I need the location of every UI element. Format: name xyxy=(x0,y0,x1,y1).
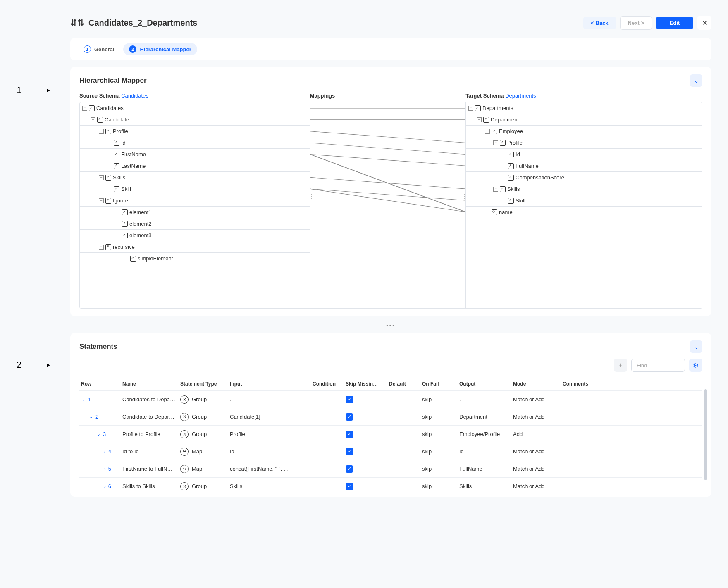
node-label: element3 xyxy=(129,232,151,238)
mapper-icon: ⇵⇅ xyxy=(70,18,84,28)
tree-node[interactable]: element1 xyxy=(80,207,310,218)
row-name: Profile to Profile xyxy=(121,431,179,437)
row-toggle[interactable]: ⌄2 xyxy=(79,414,121,420)
tree-node[interactable]: − Candidates xyxy=(80,102,310,114)
section-title-statements: Statements xyxy=(79,343,117,351)
tree-collapse-icon[interactable]: − xyxy=(477,117,482,122)
tree-collapse-icon[interactable]: − xyxy=(99,198,104,203)
tree-collapse-icon[interactable]: − xyxy=(82,106,87,111)
element-icon xyxy=(500,140,506,146)
next-button[interactable]: Next > xyxy=(620,16,652,30)
row-type-label: Group xyxy=(192,431,207,437)
tabs-card: 1 General 2 Hierarchical Mapper xyxy=(70,38,711,60)
node-label: Candidates xyxy=(96,105,124,111)
table-row[interactable]: ›6Skills to Skills⤨GroupSkills✓skipSkill… xyxy=(79,478,702,495)
tree-collapse-icon[interactable]: − xyxy=(485,129,490,134)
resize-handle[interactable]: ••• xyxy=(70,323,711,329)
tree-collapse-icon[interactable]: − xyxy=(99,129,104,134)
vertical-scrollbar[interactable] xyxy=(704,389,707,480)
node-label: element1 xyxy=(129,209,151,215)
element-icon xyxy=(105,175,111,181)
tree-node[interactable]: − Ignore xyxy=(80,195,310,207)
tree-node[interactable]: − Candidate xyxy=(80,114,310,126)
tree-collapse-icon[interactable]: − xyxy=(99,245,104,250)
tree-collapse-icon[interactable]: − xyxy=(468,106,473,111)
node-label: Skills xyxy=(113,174,125,181)
tree-node[interactable]: − Employee xyxy=(466,126,702,137)
table-row[interactable]: ⌄2Candidate to Depar…⤨GroupCandidate[1]✓… xyxy=(79,408,702,426)
row-output: Department xyxy=(458,414,511,420)
source-schema-link[interactable]: Candidates xyxy=(121,93,148,99)
tree-node[interactable]: FirstName xyxy=(80,149,310,160)
node-label: Skills xyxy=(507,186,520,192)
row-output: Id xyxy=(458,448,511,455)
tree-node[interactable]: CompensationScore xyxy=(466,172,702,183)
row-toggle[interactable]: ›5 xyxy=(79,466,121,472)
table-settings-button[interactable]: ⚙ xyxy=(689,359,702,372)
tree-node[interactable]: − recursive xyxy=(80,241,310,253)
element-icon xyxy=(105,198,111,204)
tree-node[interactable]: element2 xyxy=(80,218,310,230)
element-icon xyxy=(508,198,514,204)
element-icon xyxy=(492,129,497,134)
tree-node[interactable]: LastName xyxy=(80,160,310,172)
table-row[interactable]: ›5FirstName to FullN…↪Mapconcat(FirstNam… xyxy=(79,460,702,478)
checked-icon: ✓ xyxy=(346,431,353,438)
row-number: 2 xyxy=(95,414,98,420)
tree-node[interactable]: − Profile xyxy=(466,137,702,149)
tree-node[interactable]: Skill xyxy=(80,183,310,195)
svg-line-2 xyxy=(310,131,465,143)
add-statement-button[interactable]: + xyxy=(614,359,627,372)
checked-icon: ✓ xyxy=(346,483,353,490)
tree-node[interactable]: − Profile xyxy=(80,126,310,137)
tree-node[interactable]: − Skills xyxy=(80,172,310,183)
row-onfail: skip xyxy=(420,431,458,437)
row-number: 4 xyxy=(108,448,111,455)
checked-icon: ✓ xyxy=(346,413,353,421)
table-row[interactable]: ⌄1Candidates to Depa…⤨Group.✓skip.Match … xyxy=(79,391,702,408)
tab-general[interactable]: 1 General xyxy=(78,43,120,55)
tree-node[interactable]: simpleElement xyxy=(80,253,310,264)
row-output: Skills xyxy=(458,483,511,489)
target-schema-link[interactable]: Departments xyxy=(505,93,536,99)
row-toggle[interactable]: ⌄1 xyxy=(79,396,121,402)
row-toggle[interactable]: ›6 xyxy=(79,483,121,489)
tree-node[interactable]: Id xyxy=(466,149,702,160)
element-icon xyxy=(114,186,119,192)
tree-node[interactable]: FullName xyxy=(466,160,702,172)
tree-node[interactable]: − Department xyxy=(466,114,702,126)
drag-handle-left-icon[interactable]: ⋮ xyxy=(310,193,314,199)
row-toggle[interactable]: ⌄3 xyxy=(79,431,121,437)
target-schema-label: Target Schema xyxy=(465,93,504,99)
tree-collapse-icon[interactable]: − xyxy=(493,140,498,145)
collapse-mapper-button[interactable]: ⌄ xyxy=(690,74,702,87)
table-row[interactable]: ›4Id to Id↪MapId✓skipIdMatch or Add xyxy=(79,443,702,460)
row-output: . xyxy=(458,396,511,402)
tree-node[interactable]: name xyxy=(466,207,702,218)
edit-button[interactable]: Edit xyxy=(656,17,693,29)
table-row[interactable]: ⌄3Profile to Profile⤨GroupProfile✓skipEm… xyxy=(79,426,702,443)
collapse-statements-button[interactable]: ⌄ xyxy=(690,340,702,353)
tab-hierarchical-mapper[interactable]: 2 Hierarchical Mapper xyxy=(123,43,197,55)
tree-collapse-icon[interactable]: − xyxy=(91,117,95,122)
row-name: Id to Id xyxy=(121,448,179,455)
close-button[interactable]: ✕ xyxy=(697,16,711,30)
tree-collapse-icon[interactable]: − xyxy=(493,187,498,192)
find-input[interactable] xyxy=(631,359,685,372)
row-onfail: skip xyxy=(420,448,458,455)
tree-collapse-icon[interactable]: − xyxy=(99,175,104,180)
mapper-section: Hierarchical Mapper ⌄ Source Schema Cand… xyxy=(70,67,711,316)
group-icon: ⤨ xyxy=(180,482,189,490)
row-onfail: skip xyxy=(420,396,458,402)
tree-node[interactable]: − Skills xyxy=(466,183,702,195)
tree-node[interactable]: − Departments xyxy=(466,102,702,114)
tree-node[interactable]: Skill xyxy=(466,195,702,207)
checked-icon: ✓ xyxy=(346,465,353,473)
row-skip: ✓ xyxy=(344,465,387,473)
tree-node[interactable]: element3 xyxy=(80,230,310,241)
tree-node[interactable]: Id xyxy=(80,137,310,149)
back-button[interactable]: < Back xyxy=(583,17,616,29)
drag-handle-right-icon[interactable]: ⋮ xyxy=(462,193,465,199)
row-toggle[interactable]: ›4 xyxy=(79,448,121,455)
row-number: 5 xyxy=(108,466,111,472)
